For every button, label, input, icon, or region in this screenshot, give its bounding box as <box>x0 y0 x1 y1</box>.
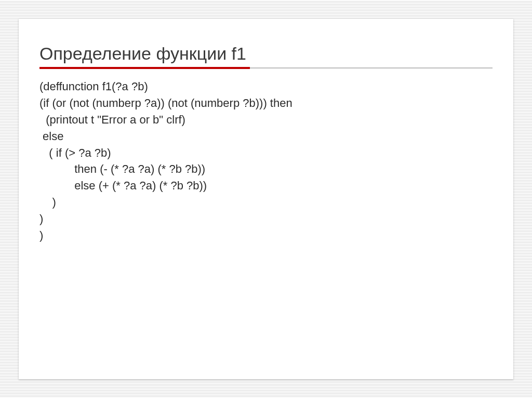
code-block: (deffunction f1(?a ?b) (if (or (not (num… <box>39 78 493 244</box>
title-rule-red <box>39 67 250 69</box>
title-rule <box>39 67 493 69</box>
slide: Определение функции f1 (deffunction f1(?… <box>19 19 513 379</box>
title-rule-gray <box>250 67 493 68</box>
slide-title: Определение функции f1 <box>39 44 493 64</box>
